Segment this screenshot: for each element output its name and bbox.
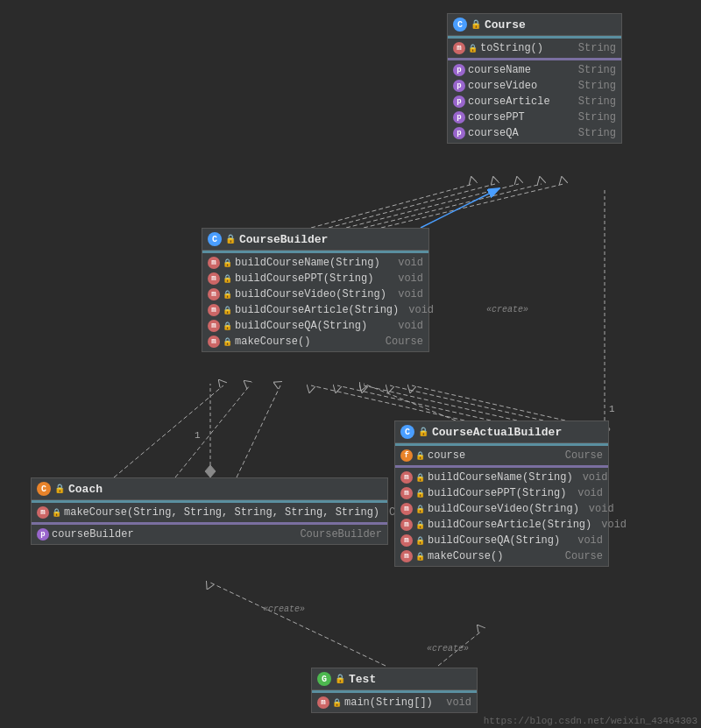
method-name: buildCourseArticle(String) <box>235 304 399 316</box>
create-label-1: «create» <box>486 305 528 315</box>
watermark: https://blog.csdn.net/weixin_43464303 <box>480 714 701 728</box>
method-icon: m <box>317 696 329 709</box>
cab-icon: C <box>400 425 414 439</box>
method-type: void <box>577 534 603 547</box>
test-method-1: m 🔒 main(String[]) void <box>312 695 477 710</box>
method-type: void <box>398 272 423 285</box>
test-icon: G <box>317 672 331 686</box>
field-type: CourseBuilder <box>300 528 382 541</box>
lock: 🔒 <box>223 290 232 300</box>
method-name: makeCourse(String, String, String, Strin… <box>64 506 379 519</box>
coursebuilder-icon: C <box>208 232 222 246</box>
method-type: void <box>398 320 423 332</box>
cb-method-1: m 🔒 buildCourseName(String) void <box>202 255 428 271</box>
cb-method-3: m 🔒 buildCourseVideo(String) void <box>202 286 428 302</box>
coach-header: C 🔒 Coach <box>32 478 387 500</box>
method-icon: m <box>208 288 220 300</box>
courseactualbuilder-class: C 🔒 CourseActualBuilder f 🔒 course Cours… <box>394 421 609 567</box>
method-icon: m <box>400 503 413 515</box>
svg-line-9 <box>364 384 456 421</box>
svg-line-21 <box>210 583 386 666</box>
method-type: void <box>601 519 627 531</box>
method-name: buildCourseQA(String) <box>428 534 568 547</box>
svg-line-13 <box>311 385 464 421</box>
lock: 🔒 <box>223 322 232 331</box>
lock: 🔒 <box>415 536 425 546</box>
method-name: buildCourseName(String) <box>428 471 573 484</box>
field-icon: p <box>453 80 465 92</box>
cab-method-2: m 🔒 buildCoursePPT(String) void <box>395 485 608 501</box>
method-icon: m <box>208 336 220 348</box>
svg-line-8 <box>421 188 499 228</box>
test-class: G 🔒 Test m 🔒 main(String[]) void <box>311 668 478 713</box>
coach-method-1: m 🔒 makeCourse(String, String, String, S… <box>32 505 387 520</box>
svg-line-7 <box>381 184 563 228</box>
lock: 🔒 <box>332 698 342 708</box>
create-label-2: «create» <box>263 604 305 614</box>
lock: 🔒 <box>223 274 232 284</box>
lock-icon: 🔒 <box>468 44 478 53</box>
method-icon: m <box>208 304 220 316</box>
method-type: void <box>398 288 423 300</box>
course-class: C 🔒 Course m 🔒 toString() String p cours… <box>447 13 622 144</box>
method-type: void <box>583 471 608 484</box>
field-icon: p <box>453 127 465 139</box>
svg-text:1: 1 <box>195 430 201 441</box>
method-name: buildCourseVideo(String) <box>428 503 579 515</box>
course-title: Course <box>485 18 526 32</box>
method-type: String <box>578 42 616 54</box>
lock: 🔒 <box>415 520 425 530</box>
field-type: String <box>578 80 616 92</box>
method-icon: m <box>400 471 413 484</box>
lock: 🔒 <box>415 505 425 514</box>
cab-lock: 🔒 <box>418 427 428 437</box>
coach-methods: m 🔒 makeCourse(String, String, String, S… <box>32 503 387 522</box>
svg-line-25 <box>237 385 280 477</box>
cb-method-5: m 🔒 buildCourseQA(String) void <box>202 318 428 334</box>
test-methods: m 🔒 main(String[]) void <box>312 693 477 712</box>
course-field-video: p courseVideo String <box>448 78 621 94</box>
coach-icon: C <box>37 482 51 496</box>
svg-line-17 <box>412 385 565 421</box>
course-field-name: p courseName String <box>448 62 621 78</box>
cab-method-3: m 🔒 buildCourseVideo(String) void <box>395 501 608 517</box>
method-icon: m <box>208 272 220 285</box>
course-fields: p courseName String p courseVideo String… <box>448 60 621 143</box>
test-title: Test <box>349 673 376 686</box>
field-label: course <box>428 449 556 462</box>
coursebuilder-title: CourseBuilder <box>239 233 328 246</box>
test-header: G 🔒 Test <box>312 668 477 690</box>
cab-title: CourseActualBuilder <box>432 426 562 439</box>
method-name: buildCourseVideo(String) <box>235 288 388 300</box>
svg-line-23 <box>114 385 223 477</box>
field-icon-f: f <box>400 449 413 462</box>
method-name: buildCoursePPT(String) <box>428 487 568 499</box>
cab-methods: m 🔒 buildCourseName(String) void m 🔒 bui… <box>395 468 608 566</box>
svg-line-5 <box>346 184 519 228</box>
method-icon-m: m <box>453 42 465 54</box>
course-icon: C <box>453 18 467 32</box>
cb-method-4: m 🔒 buildCourseArticle(String) void <box>202 302 428 318</box>
lock: 🔒 <box>52 508 61 518</box>
field-label: courseBuilder <box>52 528 290 541</box>
coach-class: C 🔒 Coach m 🔒 makeCourse(String, String,… <box>31 477 388 545</box>
lock: 🔒 <box>415 552 425 562</box>
field-type: String <box>578 127 616 139</box>
cab-fields-top: f 🔒 course Course <box>395 446 608 465</box>
field-icon: p <box>453 111 465 124</box>
test-lock: 🔒 <box>335 674 345 684</box>
lock: 🔒 <box>415 451 425 461</box>
field-type: String <box>578 111 616 124</box>
method-type: Course <box>565 550 603 562</box>
method-icon: m <box>37 506 49 519</box>
lock: 🔒 <box>415 473 425 483</box>
lock: 🔒 <box>415 489 425 498</box>
svg-line-16 <box>390 385 543 421</box>
svg-text:1: 1 <box>609 404 615 414</box>
method-icon: m <box>400 534 413 547</box>
field-label: courseVideo <box>468 80 569 92</box>
method-type: void <box>589 503 614 515</box>
lock: 🔒 <box>223 337 232 347</box>
method-name: buildCourseArticle(String) <box>428 519 591 531</box>
svg-line-6 <box>364 184 542 228</box>
